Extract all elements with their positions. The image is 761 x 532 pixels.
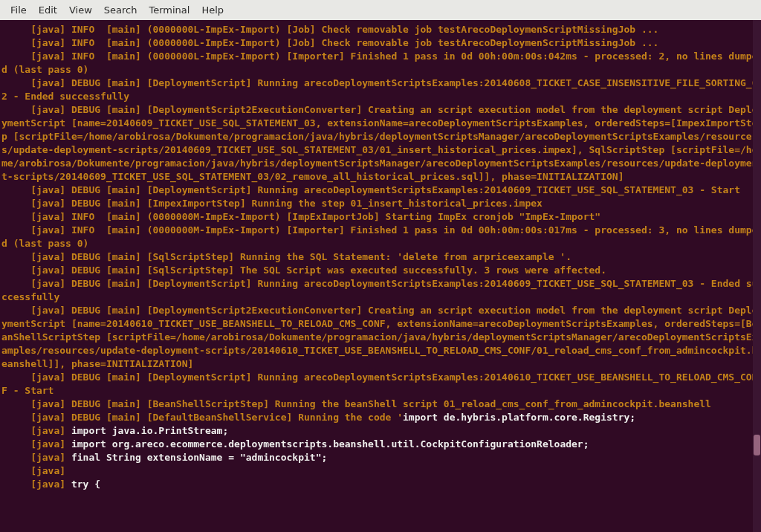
log-line: [java] import org.areco.ecommerce.deploy…: [1, 438, 760, 451]
log-line: [java] final String extensionName = "adm…: [1, 451, 760, 464]
log-line: [java] DEBUG [main] [DeploymentScript] R…: [1, 77, 760, 103]
menu-view[interactable]: View: [63, 1, 98, 19]
log-line: [java] import java.io.PrintStream;: [1, 424, 760, 438]
log-line: [java] DEBUG [main] [DefaultBeanShellSer…: [1, 411, 760, 424]
log-line: [java] DEBUG [main] [SqlScriptStep] Runn…: [1, 250, 760, 264]
log-line: [java] INFO [main] (0000000L-ImpEx-Impor…: [1, 23, 760, 36]
menu-search[interactable]: Search: [98, 1, 143, 19]
scrollbar-thumb[interactable]: [754, 435, 760, 455]
log-line: [java] DEBUG [main] [DeploymentScript2Ex…: [1, 103, 760, 184]
log-line: [java] try {: [1, 478, 760, 491]
log-line: [java] INFO [main] (0000000M-ImpEx-Impor…: [1, 224, 760, 250]
log-line: [java] DEBUG [main] [DeploymentScript] R…: [1, 371, 760, 398]
menu-help[interactable]: Help: [195, 1, 230, 19]
log-line: [java] INFO [main] (0000000L-ImpEx-Impor…: [1, 50, 760, 77]
menu-edit[interactable]: Edit: [33, 1, 63, 19]
menu-terminal[interactable]: Terminal: [143, 1, 195, 19]
terminal-output[interactable]: [java] INFO [main] (0000000L-ImpEx-Impor…: [0, 20, 761, 532]
log-line: [java]: [1, 464, 760, 478]
log-line: [java] DEBUG [main] [DeploymentScript] R…: [1, 184, 760, 197]
log-line: [java] INFO [main] (0000000M-ImpEx-Impor…: [1, 210, 760, 224]
log-line: [java] DEBUG [main] [BeanShellScriptStep…: [1, 398, 760, 411]
scrollbar[interactable]: [753, 20, 761, 532]
log-line: [java] DEBUG [main] [DeploymentScript] R…: [1, 277, 760, 304]
log-line: [java] DEBUG [main] [DeploymentScript2Ex…: [1, 304, 760, 371]
log-line: [java] INFO [main] (0000000L-ImpEx-Impor…: [1, 36, 760, 50]
menu-file[interactable]: File: [4, 1, 33, 19]
log-line: [java] DEBUG [main] [ImpexImportStep] Ru…: [1, 197, 760, 210]
menubar: FileEditViewSearchTerminalHelp: [0, 0, 761, 20]
log-line: [java] DEBUG [main] [SqlScriptStep] The …: [1, 264, 760, 277]
